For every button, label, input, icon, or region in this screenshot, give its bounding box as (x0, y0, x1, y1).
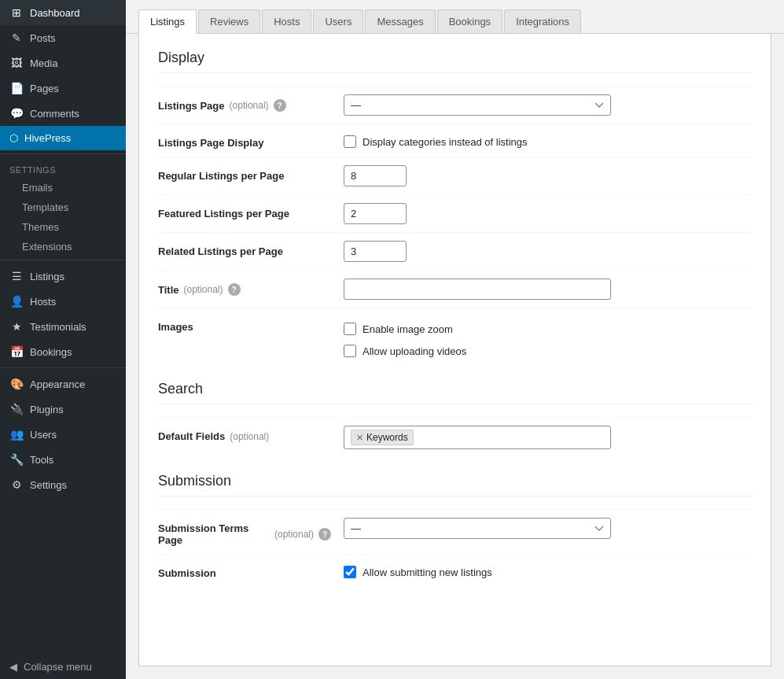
dashboard-icon: ⊞ (9, 6, 24, 19)
tabs-bar: Listings Reviews Hosts Users Messages Bo… (126, 0, 784, 34)
allow-uploading-videos-checkbox[interactable] (344, 345, 356, 357)
allow-submitting-label[interactable]: Allow submitting new listings (344, 563, 752, 578)
related-listings-per-page-input[interactable] (344, 241, 407, 262)
tools-icon: 🔧 (9, 453, 24, 466)
plugins-icon: 🔌 (9, 403, 24, 415)
sidebar-item-comments[interactable]: 💬 Comments (0, 101, 126, 126)
sidebar-item-hivepress[interactable]: ⬡ HivePress (0, 126, 126, 150)
pages-icon: 📄 (9, 82, 24, 94)
display-categories-checkbox[interactable] (344, 135, 356, 148)
sidebar-item-label: Users (30, 429, 57, 441)
sidebar-item-label: Media (30, 57, 57, 69)
hosts-icon: 👤 (9, 295, 24, 308)
regular-listings-per-page-input[interactable] (344, 165, 407, 186)
content-area: Display Listings Page (optional) ? — Lis… (138, 34, 771, 666)
submission-section-title: Submission (158, 473, 752, 496)
tab-bookings[interactable]: Bookings (437, 9, 502, 33)
title-label: Title (optional) ? (158, 279, 331, 296)
default-fields-tags-input[interactable]: ✕ Keywords (344, 426, 611, 449)
title-help-icon[interactable]: ? (228, 283, 241, 296)
tab-listings[interactable]: Listings (138, 9, 197, 34)
regular-listings-per-page-field-row: Regular Listings per Page (158, 157, 752, 194)
submission-terms-optional: (optional) (274, 529, 314, 540)
sidebar-item-posts[interactable]: ✎ Posts (0, 25, 126, 50)
sidebar-item-media[interactable]: 🖼 Media (0, 50, 126, 76)
testimonials-icon: ★ (9, 320, 24, 333)
sidebar-item-label: Listings (30, 271, 64, 282)
sidebar-item-label: Testimonials (30, 321, 86, 333)
sidebar-divider-2 (0, 260, 126, 260)
title-optional: (optional) (184, 284, 223, 295)
search-section-title: Search (158, 381, 752, 404)
tab-integrations[interactable]: Integrations (504, 9, 581, 33)
sidebar-divider-3 (0, 367, 126, 368)
sidebar-item-label: Posts (30, 32, 56, 44)
featured-listings-per-page-label: Featured Listings per Page (158, 203, 331, 220)
sidebar-item-settings[interactable]: ⚙ Settings (0, 472, 126, 497)
allow-submitting-text: Allow submitting new listings (363, 566, 492, 578)
enable-image-zoom-label[interactable]: Enable image zoom (344, 319, 752, 335)
listings-page-select[interactable]: — (344, 94, 611, 116)
settings-icon: ⚙ (9, 478, 24, 491)
hivepress-icon: ⬡ (9, 132, 18, 144)
sidebar-item-label: Plugins (30, 404, 64, 415)
sidebar-sub-extensions[interactable]: Extensions (0, 237, 126, 256)
listings-page-display-control: Display categories instead of listings (344, 132, 752, 148)
sidebar-item-label: Appearance (30, 378, 85, 390)
sidebar-item-tools[interactable]: 🔧 Tools (0, 447, 126, 472)
media-icon: 🖼 (9, 57, 24, 69)
default-fields-optional: (optional) (230, 431, 269, 442)
sidebar-item-label: Settings (30, 479, 67, 491)
tab-hosts[interactable]: Hosts (262, 9, 311, 33)
display-section-title: Display (158, 50, 752, 73)
keywords-tag: ✕ Keywords (351, 430, 414, 445)
sidebar-item-dashboard[interactable]: ⊞ Dashboard (0, 0, 126, 25)
tab-users[interactable]: Users (313, 9, 363, 33)
sidebar-sub-templates[interactable]: Templates (0, 197, 126, 217)
title-input[interactable] (344, 279, 611, 300)
sidebar-item-users[interactable]: 👥 Users (0, 422, 126, 447)
display-categories-text: Display categories instead of listings (363, 136, 528, 148)
collapse-icon: ◀ (9, 661, 17, 673)
sidebar-item-plugins[interactable]: 🔌 Plugins (0, 397, 126, 422)
related-listings-per-page-field-row: Related Listings per Page (158, 232, 752, 270)
submission-allow-control: Allow submitting new listings (344, 563, 752, 578)
featured-listings-per-page-control (344, 203, 752, 224)
sidebar-item-label: Dashboard (30, 7, 80, 19)
allow-uploading-videos-label[interactable]: Allow uploading videos (344, 341, 752, 357)
listings-page-help-icon[interactable]: ? (274, 99, 286, 112)
featured-listings-per-page-input[interactable] (344, 203, 407, 224)
listings-page-display-field-row: Listings Page Display Display categories… (158, 124, 752, 157)
collapse-menu-button[interactable]: ◀ Collapse menu (0, 655, 126, 679)
keywords-tag-label: Keywords (366, 432, 408, 443)
collapse-menu-label: Collapse menu (24, 661, 92, 673)
display-categories-checkbox-label[interactable]: Display categories instead of listings (344, 132, 752, 148)
images-field-row: Images Enable image zoom Allow uploading… (158, 308, 752, 365)
featured-listings-per-page-field-row: Featured Listings per Page (158, 194, 752, 232)
allow-uploading-videos-text: Allow uploading videos (363, 345, 466, 357)
sidebar-sub-emails[interactable]: Emails (0, 178, 126, 197)
sidebar-item-listings[interactable]: ☰ Listings (0, 264, 126, 289)
display-section: Display Listings Page (optional) ? — Lis… (158, 50, 752, 365)
sidebar-sub-themes[interactable]: Themes (0, 217, 126, 237)
sidebar-item-hosts[interactable]: 👤 Hosts (0, 289, 126, 314)
listings-page-control: — (344, 94, 752, 116)
search-section: Search Default Fields (optional) ✕ Keywo… (158, 381, 752, 457)
sidebar-item-label: HivePress (24, 132, 71, 144)
tab-reviews[interactable]: Reviews (198, 9, 260, 33)
images-control: Enable image zoom Allow uploading videos (344, 316, 752, 357)
enable-image-zoom-checkbox[interactable] (344, 323, 356, 335)
keywords-tag-remove[interactable]: ✕ (356, 433, 363, 443)
sidebar-item-appearance[interactable]: 🎨 Appearance (0, 371, 126, 397)
allow-submitting-checkbox[interactable] (344, 566, 356, 578)
tab-messages[interactable]: Messages (365, 9, 435, 33)
sidebar-item-pages[interactable]: 📄 Pages (0, 76, 126, 101)
posts-icon: ✎ (9, 31, 24, 44)
regular-listings-per-page-control (344, 165, 752, 186)
default-fields-control: ✕ Keywords (344, 426, 752, 449)
submission-terms-help-icon[interactable]: ? (318, 528, 331, 541)
default-fields-field-row: Default Fields (optional) ✕ Keywords (158, 417, 752, 457)
submission-terms-page-select[interactable]: — (344, 518, 611, 539)
sidebar-item-bookings[interactable]: 📅 Bookings (0, 339, 126, 364)
sidebar-item-testimonials[interactable]: ★ Testimonials (0, 314, 126, 339)
